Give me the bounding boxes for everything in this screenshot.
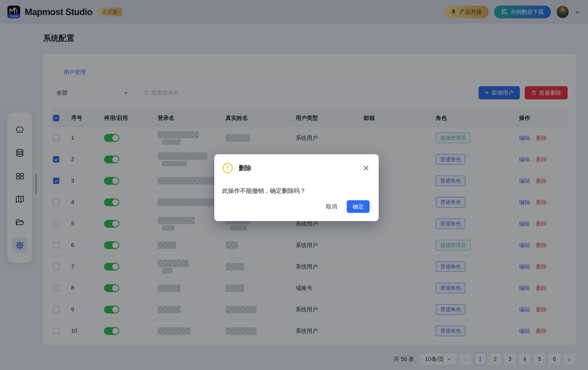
dialog-close-button[interactable] [363, 164, 370, 172]
dialog-message: 此操作不能撤销，确定删除吗？ [222, 187, 370, 195]
dialog-title: 删除 [239, 164, 251, 173]
close-icon [363, 164, 370, 172]
warning-icon [222, 163, 233, 174]
delete-confirm-dialog: 删除 此操作不能撤销，确定删除吗？ 取消 确定 [214, 154, 379, 221]
confirm-button[interactable]: 确定 [347, 200, 370, 213]
cancel-button[interactable]: 取消 [320, 200, 343, 213]
